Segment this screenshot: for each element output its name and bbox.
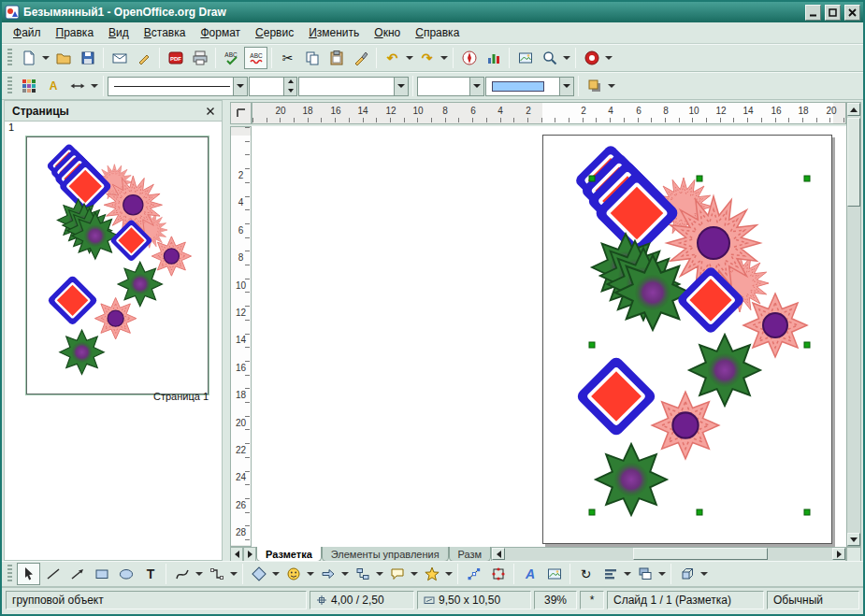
selection-handle[interactable] bbox=[589, 509, 595, 515]
page-thumbnail[interactable] bbox=[26, 136, 209, 394]
fill-color-select[interactable] bbox=[485, 77, 574, 96]
status-view-mode[interactable]: Обычный bbox=[767, 591, 859, 609]
rotate-button[interactable]: ↻ bbox=[574, 563, 598, 585]
vertical-ruler[interactable]: 2 4 6 8 10 12 14 16 18 20 22 24 26 28 bbox=[230, 126, 252, 547]
auto-spellcheck-button[interactable]: ABC bbox=[244, 47, 267, 69]
panel-splitter[interactable] bbox=[223, 100, 230, 561]
page-artwork[interactable] bbox=[543, 136, 833, 545]
toolbar-grip[interactable] bbox=[7, 49, 12, 67]
basic-shapes-dropdown[interactable] bbox=[271, 563, 281, 585]
cut-button[interactable]: ✂ bbox=[276, 47, 299, 69]
line-color-select[interactable] bbox=[298, 77, 409, 96]
block-arrows-button[interactable] bbox=[316, 563, 339, 585]
print-button[interactable] bbox=[188, 47, 211, 69]
insert-picture-button[interactable] bbox=[542, 563, 566, 585]
callouts-button[interactable] bbox=[385, 563, 409, 585]
toolbar-options-dropdown[interactable] bbox=[699, 563, 709, 585]
zoom-button[interactable] bbox=[538, 47, 561, 69]
status-zoom[interactable]: 39% bbox=[534, 591, 577, 609]
fill-color-dropdown[interactable] bbox=[559, 78, 573, 95]
horizontal-scroll-thumb[interactable] bbox=[633, 548, 768, 560]
navigator-button[interactable] bbox=[457, 47, 481, 69]
line-style-select[interactable] bbox=[108, 77, 248, 96]
line-width-spinner[interactable] bbox=[249, 77, 297, 96]
menu-format[interactable]: Формат bbox=[193, 23, 248, 42]
selection-handle[interactable] bbox=[697, 509, 702, 515]
flowchart-button[interactable] bbox=[351, 563, 374, 585]
basic-shapes-button[interactable] bbox=[247, 563, 270, 585]
line-tool-button[interactable] bbox=[41, 563, 65, 585]
line-style-dropdown[interactable] bbox=[233, 78, 247, 95]
edit-points-button[interactable] bbox=[462, 563, 485, 585]
status-size[interactable]: 9,50 x 10,50 bbox=[417, 591, 531, 609]
menu-tools[interactable]: Сервис bbox=[248, 23, 301, 42]
scroll-down-button[interactable] bbox=[847, 533, 860, 546]
rectangle-tool-button[interactable] bbox=[90, 563, 113, 585]
menu-window[interactable]: Окно bbox=[367, 23, 408, 42]
redo-dropdown[interactable] bbox=[440, 47, 449, 69]
selection-handle[interactable] bbox=[589, 176, 595, 181]
undo-dropdown[interactable] bbox=[405, 47, 414, 69]
email-button[interactable] bbox=[108, 47, 131, 69]
ellipse-tool-button[interactable] bbox=[114, 563, 137, 585]
menu-file[interactable]: Файл bbox=[6, 23, 49, 42]
spellcheck-button[interactable]: ABC bbox=[220, 47, 243, 69]
toolbar-grip[interactable] bbox=[7, 77, 12, 95]
copy-button[interactable] bbox=[300, 47, 324, 69]
arrowheads-dropdown[interactable] bbox=[90, 75, 99, 97]
connector-dropdown[interactable] bbox=[229, 563, 238, 585]
arrowheads-button[interactable] bbox=[65, 75, 89, 97]
scroll-right-button[interactable] bbox=[832, 548, 845, 560]
toolbar-grip[interactable] bbox=[7, 565, 12, 583]
tab-scroll-left-button[interactable] bbox=[230, 547, 243, 562]
redo-button[interactable]: ↷ bbox=[415, 47, 439, 69]
format-paintbrush-button[interactable] bbox=[349, 47, 372, 69]
gallery-button[interactable] bbox=[513, 47, 537, 69]
arrange-button[interactable] bbox=[633, 563, 656, 585]
zoom-dropdown[interactable] bbox=[562, 47, 571, 69]
horizontal-ruler[interactable]: 20 18 16 14 12 10 8 6 4 2 2 4 6 8 10 12 … bbox=[252, 102, 846, 124]
selection-handle[interactable] bbox=[804, 509, 810, 515]
text-tool-button[interactable]: T bbox=[138, 563, 162, 585]
selection-handle[interactable] bbox=[804, 342, 810, 348]
tab-controls[interactable]: Элементы управления bbox=[322, 547, 449, 562]
paste-button[interactable] bbox=[324, 47, 348, 69]
horizontal-scrollbar[interactable] bbox=[491, 547, 846, 562]
fontwork-button[interactable]: A bbox=[518, 563, 541, 585]
selection-handle[interactable] bbox=[804, 176, 810, 181]
align-button[interactable] bbox=[598, 563, 622, 585]
arrange-dropdown[interactable] bbox=[657, 563, 667, 585]
export-pdf-button[interactable]: PDF bbox=[164, 47, 187, 69]
status-slide[interactable]: Слайд 1 / 1 (Разметка) bbox=[607, 591, 764, 609]
connector-tool-button[interactable] bbox=[205, 563, 228, 585]
symbol-shapes-dropdown[interactable] bbox=[306, 563, 315, 585]
line-color-dropdown[interactable] bbox=[394, 78, 408, 95]
menu-view[interactable]: Вид bbox=[101, 23, 137, 42]
tab-layout[interactable]: Разметка bbox=[256, 547, 322, 562]
color-grid-button[interactable] bbox=[17, 75, 40, 97]
maximize-button[interactable] bbox=[825, 5, 841, 21]
scroll-left-button[interactable] bbox=[492, 548, 505, 560]
menu-edit[interactable]: Правка bbox=[49, 23, 102, 42]
stars-dropdown[interactable] bbox=[444, 563, 454, 585]
menu-modify[interactable]: Изменить bbox=[301, 23, 367, 42]
styles-button[interactable]: A bbox=[41, 75, 65, 97]
select-tool-button[interactable] bbox=[17, 563, 40, 585]
vertical-scrollbar[interactable] bbox=[846, 102, 861, 547]
drawing-page[interactable] bbox=[542, 135, 832, 544]
curve-dropdown[interactable] bbox=[195, 563, 204, 585]
shadow-button[interactable] bbox=[583, 75, 606, 97]
callouts-dropdown[interactable] bbox=[410, 563, 419, 585]
align-dropdown[interactable] bbox=[623, 563, 632, 585]
stars-button[interactable] bbox=[420, 563, 443, 585]
selection-handle[interactable] bbox=[589, 342, 595, 348]
flowchart-dropdown[interactable] bbox=[375, 563, 384, 585]
toolbar-options-dropdown[interactable] bbox=[604, 47, 613, 69]
toolbar-options-dropdown[interactable] bbox=[607, 75, 616, 97]
tab-dimension-lines[interactable]: Разм bbox=[449, 547, 492, 562]
symbol-shapes-button[interactable] bbox=[281, 563, 305, 585]
fill-style-select[interactable] bbox=[417, 77, 484, 96]
panel-close-button[interactable] bbox=[203, 104, 218, 119]
extrusion-button[interactable] bbox=[675, 563, 699, 585]
scroll-up-button[interactable] bbox=[847, 103, 860, 116]
